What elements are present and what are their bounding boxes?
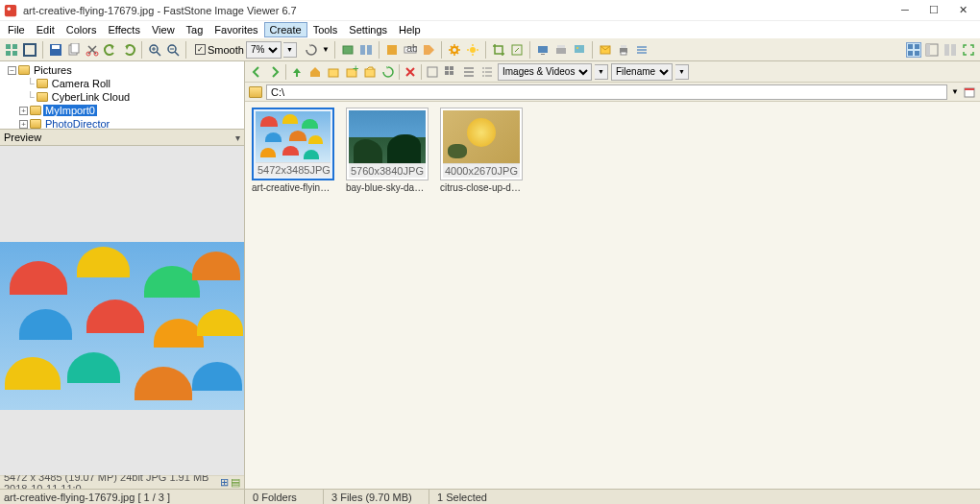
wallpaper-icon[interactable]: [572, 42, 587, 58]
view-small-icon[interactable]: [443, 64, 458, 80]
menubar: File Edit Colors Effects View Tag Favori…: [0, 21, 980, 38]
view-list-icon[interactable]: [461, 64, 477, 80]
email-icon[interactable]: [598, 42, 613, 58]
thumbnail-browser-icon[interactable]: [4, 42, 19, 58]
brightness-icon[interactable]: [465, 42, 480, 58]
smooth-dropdown[interactable]: 7%: [246, 41, 282, 59]
menu-create[interactable]: Create: [264, 22, 307, 37]
menu-effects[interactable]: Effects: [103, 22, 146, 37]
screen-capture-icon[interactable]: [535, 42, 551, 58]
print-icon[interactable]: [616, 42, 631, 58]
menu-tools[interactable]: Tools: [307, 22, 344, 37]
minimize-button[interactable]: ─: [899, 4, 911, 16]
close-button[interactable]: ✕: [957, 4, 968, 16]
histogram-icon[interactable]: ⊞: [220, 476, 229, 489]
sort-dropdown[interactable]: Filename: [611, 63, 673, 81]
menu-edit[interactable]: Edit: [31, 22, 61, 37]
svg-rect-56: [965, 88, 974, 90]
compare-icon[interactable]: [358, 42, 374, 58]
save-icon[interactable]: [48, 42, 63, 58]
thumbnail[interactable]: 4000x2670JPG citrus-close-up-delic...: [439, 108, 524, 193]
sort-dropdown-arrow[interactable]: ▼: [675, 64, 689, 80]
tree-label: PhotoDirector: [43, 118, 111, 129]
folder-tree[interactable]: − Pictures └ Camera Roll └ CyberLink Clo…: [0, 61, 244, 129]
resize-icon[interactable]: [509, 42, 525, 58]
view-preview-icon[interactable]: [924, 42, 940, 58]
menu-tag[interactable]: Tag: [181, 22, 209, 37]
cut-icon[interactable]: [85, 42, 100, 58]
address-dropdown-icon[interactable]: ▼: [951, 87, 959, 96]
svg-rect-33: [621, 52, 626, 55]
tree-item-selected[interactable]: + MyImport0: [2, 104, 242, 117]
refresh-icon[interactable]: [380, 64, 396, 80]
menu-help[interactable]: Help: [393, 22, 427, 37]
smooth-checkbox[interactable]: ✓: [195, 44, 206, 55]
address-field[interactable]: C:\: [266, 84, 947, 100]
up-icon[interactable]: [289, 64, 305, 80]
fullscreen-icon[interactable]: [22, 42, 37, 58]
rotate-icon[interactable]: [304, 42, 319, 58]
tree-label: CyberLink Cloud: [50, 91, 132, 103]
menu-favorites[interactable]: Favorites: [208, 22, 263, 37]
favorites-folder-icon[interactable]: [326, 64, 341, 80]
open-folder-icon[interactable]: [362, 64, 378, 80]
expand-icon[interactable]: +: [19, 120, 28, 129]
filter-type-dropdown[interactable]: Images & Videos: [498, 63, 592, 81]
browser-toolbar: + Images & Videos ▼ Filename ▼: [245, 61, 980, 83]
preview-collapse-icon[interactable]: ▾: [235, 132, 240, 143]
thumb-image: [443, 110, 520, 163]
maximize-button[interactable]: ☐: [928, 4, 940, 16]
menu-colors[interactable]: Colors: [61, 22, 103, 37]
undo-icon[interactable]: [103, 42, 118, 58]
copy-icon[interactable]: [66, 42, 82, 58]
view-full-icon[interactable]: [961, 42, 976, 58]
expand-icon[interactable]: +: [19, 107, 28, 115]
svg-rect-17: [367, 45, 372, 55]
view-large-icon[interactable]: [425, 64, 440, 80]
redo-icon[interactable]: [121, 42, 136, 58]
view-thumbnails-icon[interactable]: [906, 42, 921, 58]
view-details-icon[interactable]: [479, 64, 495, 80]
svg-rect-10: [71, 43, 79, 53]
back-icon[interactable]: [249, 64, 264, 80]
preview-image[interactable]: [0, 146, 244, 475]
menu-file[interactable]: File: [2, 22, 31, 37]
window-title: art-creative-flying-17679.jpg - FastSton…: [23, 5, 899, 16]
calendar-icon[interactable]: [963, 85, 976, 99]
collapse-icon[interactable]: −: [8, 66, 16, 75]
status-bar: art-creative-flying-17679.jpg [ 1 / 3 ] …: [0, 489, 980, 504]
zoom-out-icon[interactable]: [165, 42, 181, 58]
svg-rect-16: [360, 45, 365, 55]
tag-icon[interactable]: [421, 42, 436, 58]
zoom-in-icon[interactable]: [147, 42, 162, 58]
thumb-image: [349, 110, 426, 163]
new-folder-icon[interactable]: +: [344, 64, 359, 80]
folder-icon: [37, 79, 48, 88]
thumbnail[interactable]: 5760x3840JPG bay-blue-sky-daylig...: [345, 108, 429, 193]
settings-icon[interactable]: [634, 42, 649, 58]
thumbnail-selected[interactable]: 5472x3485JPG art-creative-flying-1...: [251, 108, 335, 193]
info-icon[interactable]: ▤: [231, 476, 240, 489]
delete-icon[interactable]: [403, 64, 418, 80]
tree-item[interactable]: + PhotoDirector: [2, 117, 242, 129]
slideshow-icon[interactable]: [340, 42, 355, 58]
filter-dropdown-arrow[interactable]: ▼: [595, 64, 608, 80]
svg-rect-2: [6, 44, 11, 49]
home-icon[interactable]: [307, 64, 323, 80]
scanner-icon[interactable]: [553, 42, 569, 58]
rename-icon[interactable]: ab: [403, 42, 418, 58]
tree-label: Pictures: [32, 64, 74, 76]
view-dual-icon[interactable]: [943, 42, 958, 58]
preview-header: Preview ▾: [0, 129, 244, 146]
gear-icon[interactable]: [447, 42, 462, 58]
tree-item[interactable]: └ Camera Roll: [2, 77, 242, 90]
thumbnail-area[interactable]: 5472x3485JPG art-creative-flying-1... 57…: [245, 102, 980, 489]
menu-view[interactable]: View: [146, 22, 181, 37]
crop-icon[interactable]: [491, 42, 506, 58]
smooth-dropdown-arrow[interactable]: ▼: [283, 42, 297, 58]
tree-item[interactable]: └ CyberLink Cloud: [2, 90, 242, 104]
tree-root[interactable]: − Pictures: [2, 63, 242, 77]
convert-icon[interactable]: [384, 42, 400, 58]
menu-settings[interactable]: Settings: [343, 22, 393, 37]
forward-icon[interactable]: [267, 64, 282, 80]
